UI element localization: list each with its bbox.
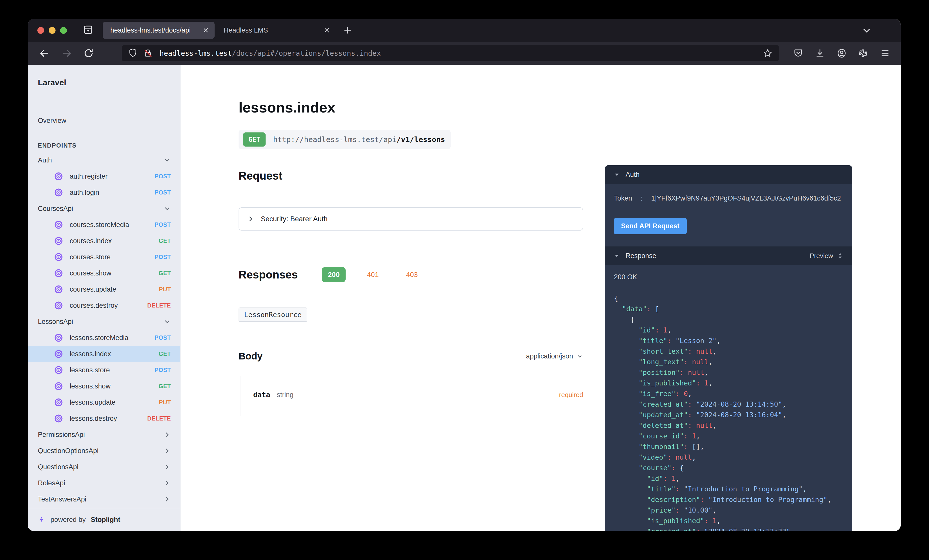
sidebar-group-RolesApi[interactable]: RolesApi <box>28 475 180 491</box>
content-type-select[interactable]: application/json <box>526 352 583 360</box>
chevron-right-icon <box>163 479 171 487</box>
minimize-window-button[interactable] <box>49 27 55 34</box>
resource-chip[interactable]: LessonResource <box>239 308 307 322</box>
forward-button[interactable] <box>61 48 72 59</box>
schema-tree: data string required <box>239 376 583 416</box>
sidebar-item-courses.storeMedia[interactable]: courses.storeMediaPOST <box>28 217 180 233</box>
security-accordion[interactable]: Security: Bearer Auth <box>239 207 583 231</box>
send-api-request-button[interactable]: Send API Request <box>614 218 687 234</box>
chevron-down-icon <box>576 353 583 360</box>
caret-down-icon <box>614 172 619 177</box>
extensions-puzzle-icon[interactable] <box>858 48 868 58</box>
sidebar-item-courses.destroy[interactable]: courses.destroyDELETE <box>28 297 180 314</box>
body-heading: Body <box>239 351 262 362</box>
close-window-button[interactable] <box>37 27 44 34</box>
sidebar-group-Auth[interactable]: Auth <box>28 152 180 168</box>
close-icon[interactable] <box>323 26 331 34</box>
sidebar-group-LessonsApi[interactable]: LessonsApi <box>28 314 180 330</box>
sidebar-group-QuestionOptionsApi[interactable]: QuestionOptionsApi <box>28 443 180 459</box>
browser-window: headless-lms.test/docs/api Headless LMS <box>28 19 901 531</box>
try-it-panel: Auth Token : 1|YFf6XPwf9N97auY3PgOFS4ujV… <box>605 165 852 531</box>
field-name: data <box>253 391 270 399</box>
sidebar-group-PermissionsApi[interactable]: PermissionsApi <box>28 427 180 443</box>
sidebar-group-QuestionsApi[interactable]: QuestionsApi <box>28 459 180 475</box>
bullseye-icon <box>54 252 63 262</box>
close-icon[interactable] <box>202 26 210 34</box>
tab-title: Headless LMS <box>224 26 323 34</box>
sidebar-item-lessons.update[interactable]: lessons.updatePUT <box>28 394 180 410</box>
url-input[interactable]: headless-lms.test/docs/api#/operations/l… <box>122 45 779 61</box>
response-json[interactable]: { "data": [ { "id": 1, "title": "Lesson … <box>605 293 852 531</box>
sort-arrows-icon <box>837 252 843 259</box>
bullseye-icon <box>54 188 63 197</box>
sidebar-item-overview[interactable]: Overview <box>28 113 180 129</box>
account-icon[interactable] <box>837 48 847 58</box>
firefox-view-icon[interactable] <box>83 24 94 36</box>
sidebar-endpoint-list: Authauth.registerPOSTauth.loginPOSTCours… <box>28 152 180 508</box>
chevron-down-icon <box>163 205 171 213</box>
sidebar-item-lessons.storeMedia[interactable]: lessons.storeMediaPOST <box>28 330 180 346</box>
required-badge: required <box>559 391 583 399</box>
caret-down-icon <box>614 253 619 259</box>
stoplight-brand: Stoplight <box>91 516 120 524</box>
sidebar-item-lessons.index[interactable]: lessons.indexGET <box>28 346 180 362</box>
bullseye-icon <box>54 236 63 245</box>
chevron-right-icon <box>247 215 254 223</box>
window-controls <box>37 27 67 34</box>
sidebar-item-lessons.destroy[interactable]: lessons.destroyDELETE <box>28 410 180 427</box>
endpoint-url: http://headless-lms.test/api/v1/lessons <box>273 135 445 144</box>
response-tab-403[interactable]: 403 <box>400 267 424 282</box>
bullseye-icon <box>54 366 63 375</box>
new-tab-button[interactable] <box>343 26 353 35</box>
token-value[interactable]: 1|YFf6XPwf9N97auY3PgOFS4ujVZL3AJtGzvPuH6… <box>651 194 841 202</box>
back-button[interactable] <box>39 48 50 59</box>
tab-strip: headless-lms.test/docs/api Headless LMS <box>103 19 901 41</box>
sidebar-item-courses.update[interactable]: courses.updatePUT <box>28 281 180 297</box>
bullseye-icon <box>54 172 63 181</box>
sidebar-item-lessons.store[interactable]: lessons.storePOST <box>28 362 180 378</box>
tab-docs-api[interactable]: headless-lms.test/docs/api <box>103 22 215 39</box>
bullseye-icon <box>54 333 63 342</box>
response-tab-401[interactable]: 401 <box>361 267 385 282</box>
tracking-shield-icon[interactable] <box>128 48 137 59</box>
zoom-window-button[interactable] <box>60 27 67 34</box>
sidebar-item-courses.store[interactable]: courses.storePOST <box>28 249 180 265</box>
bullseye-icon <box>54 301 63 310</box>
chevron-down-icon[interactable] <box>862 25 872 35</box>
responses-heading: Responses <box>239 268 298 281</box>
tab-headless-lms[interactable]: Headless LMS <box>215 22 336 39</box>
sidebar-group-TestAnswersApi[interactable]: TestAnswersApi <box>28 491 180 507</box>
sidebar-group-CoursesApi[interactable]: CoursesApi <box>28 200 180 217</box>
sidebar-title: Laravel <box>28 65 180 93</box>
sidebar-item-auth.register[interactable]: auth.registerPOST <box>28 168 180 184</box>
sidebar-item-courses.index[interactable]: courses.indexGET <box>28 233 180 249</box>
preview-toggle[interactable]: Preview <box>810 252 843 260</box>
download-icon[interactable] <box>815 48 825 58</box>
url-text: headless-lms.test/docs/api#/operations/l… <box>159 49 381 58</box>
sidebar-footer[interactable]: powered by Stoplight <box>28 508 180 531</box>
response-panel-header[interactable]: Response Preview <box>605 246 852 265</box>
auth-panel-header[interactable]: Auth <box>605 165 852 184</box>
tab-bar: headless-lms.test/docs/api Headless LMS <box>28 19 901 41</box>
field-type: string <box>277 391 293 399</box>
bullseye-icon <box>54 382 63 391</box>
page-title: lessons.index <box>239 99 583 116</box>
sidebar-item-lessons.show[interactable]: lessons.showGET <box>28 378 180 394</box>
sidebar-item-auth.login[interactable]: auth.loginPOST <box>28 184 180 200</box>
chevron-right-icon <box>163 463 171 471</box>
token-separator: : <box>641 194 643 202</box>
chevron-right-icon <box>163 431 171 438</box>
response-tab-200[interactable]: 200 <box>322 267 346 282</box>
content-type-value: application/json <box>526 352 573 360</box>
menu-hamburger-icon[interactable] <box>880 48 890 58</box>
pocket-icon[interactable] <box>793 48 803 58</box>
schema-field-data[interactable]: data string required <box>241 391 583 399</box>
bookmark-star-icon[interactable] <box>763 49 773 58</box>
insecure-lock-icon[interactable] <box>143 48 152 58</box>
method-badge: GET <box>243 132 265 147</box>
sidebar-item-courses.show[interactable]: courses.showGET <box>28 265 180 281</box>
reload-button[interactable] <box>83 48 94 58</box>
endpoint-url-bar[interactable]: GET http://headless-lms.test/api/v1/less… <box>239 130 451 149</box>
preview-label: Preview <box>810 252 833 260</box>
bullseye-icon <box>54 349 63 358</box>
